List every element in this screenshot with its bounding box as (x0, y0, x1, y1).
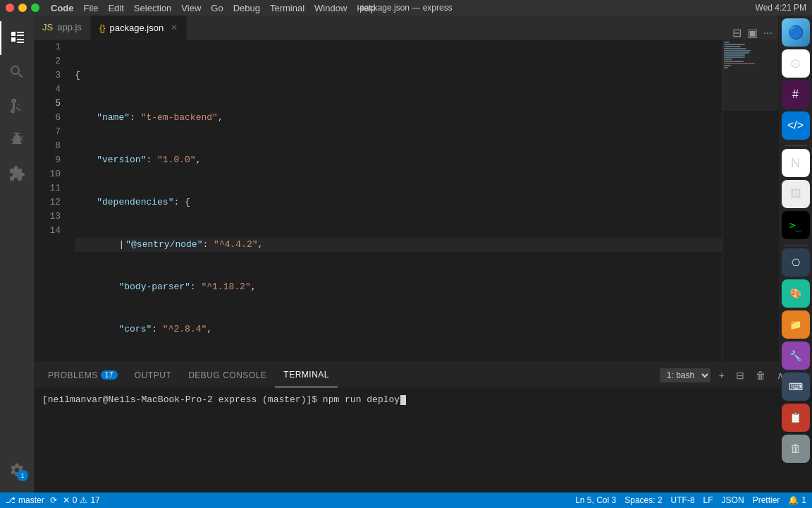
maximize-panel-icon[interactable]: ∧ (774, 368, 778, 382)
dock-chrome[interactable]: ⊙ (782, 49, 810, 78)
terminal-text: [neilmanvar@Neils-MacBook-Pro-2 express … (42, 393, 400, 407)
formatter-label: Prettier (753, 495, 780, 505)
menu-file[interactable]: File (84, 3, 99, 13)
problems-badge: 17 (101, 370, 118, 380)
editor-area: JS app.js {} package.json ✕ ⊟ ▣ ··· 1 2 (34, 16, 778, 492)
panel-tab-problems[interactable]: PROBLEMS 17 (39, 363, 126, 387)
encoding[interactable]: UTF-8 (671, 495, 695, 505)
git-branch-icon: ⎇ (6, 495, 16, 505)
notification-count: 1 (801, 495, 806, 505)
dock-slack[interactable]: # (782, 80, 810, 109)
maximize-button[interactable] (31, 4, 39, 12)
error-number: 0 (73, 495, 78, 505)
menu-debug[interactable]: Debug (233, 3, 260, 13)
menu-edit[interactable]: Edit (108, 3, 123, 13)
dock-notion-icon: N (791, 156, 800, 171)
dock-divider-2 (785, 245, 807, 246)
menu-code[interactable]: Code (51, 3, 74, 13)
dock-trash[interactable]: 🗑 (782, 435, 810, 463)
dock-terminal[interactable]: >_ (782, 211, 810, 239)
panel-tab-terminal[interactable]: TERMINAL (275, 363, 338, 387)
clock: Wed 4:21 PM (756, 3, 806, 13)
dock-extra4[interactable]: 🔧 (782, 341, 810, 370)
toggle-layout-icon[interactable]: ▣ (747, 26, 758, 40)
notifications[interactable]: 🔔 1 (788, 495, 806, 505)
eol-label: LF (703, 495, 713, 505)
activity-settings[interactable]: 1 (0, 453, 34, 487)
language-mode[interactable]: JSON (722, 495, 744, 505)
activity-bar: 1 (0, 16, 34, 492)
panel-tab-debug-console[interactable]: DEBUG CONSOLE (180, 363, 275, 387)
git-branch[interactable]: ⎇ master (6, 495, 44, 505)
activity-source-control[interactable] (0, 89, 34, 123)
split-terminal-icon[interactable]: ⊟ (733, 368, 747, 382)
panel-tab-output[interactable]: OUTPUT (126, 363, 180, 387)
activity-bottom: 1 (0, 453, 34, 487)
editor-main: 1 2 3 4 5 6 7 8 9 10 11 12 13 14 { (34, 40, 778, 492)
terminal-line-1: [neilmanvar@Neils-MacBook-Pro-2 express … (42, 393, 778, 407)
code-line-4: "dependencies": { (75, 195, 722, 210)
close-button[interactable] (6, 4, 14, 12)
code-line-5: |"@sentry/node": "^4.4.2", (75, 238, 722, 252)
delete-terminal-icon[interactable]: 🗑 (753, 368, 768, 382)
terminal-cursor (400, 395, 406, 405)
terminal-select[interactable]: 1: bash (660, 368, 710, 382)
warning-icon: ⚠ (80, 495, 87, 505)
language-label: JSON (722, 495, 744, 505)
tab-package-json[interactable]: {} package.json ✕ (91, 16, 187, 40)
tab-icon-package-json: {} (99, 23, 106, 33)
traffic-lights (6, 4, 39, 12)
eol[interactable]: LF (703, 495, 713, 505)
status-right: Ln 5, Col 3 Spaces: 2 UTF-8 LF JSON Pret… (575, 495, 806, 505)
menu-selection[interactable]: Selection (134, 3, 171, 13)
cursor-position[interactable]: Ln 5, Col 3 (575, 495, 616, 505)
spaces-label: Spaces: 2 (625, 495, 662, 505)
dock-extra1[interactable]: ⎔ (782, 248, 810, 277)
dock-extra3[interactable]: 📁 (782, 310, 810, 339)
code-line-1: { (75, 68, 722, 83)
dock-finder[interactable]: 🔵 (782, 18, 810, 47)
formatter[interactable]: Prettier (753, 495, 780, 505)
minimize-button[interactable] (18, 4, 27, 12)
dock-vscode[interactable]: </> (782, 111, 810, 140)
terminal-content[interactable]: [neilmanvar@Neils-MacBook-Pro-2 express … (34, 387, 778, 492)
add-terminal-icon[interactable]: + (716, 368, 727, 382)
dock-trash-icon: 🗑 (790, 442, 801, 455)
tab-close-package-json[interactable]: ✕ (171, 23, 178, 32)
main-container: 1 JS app.js {} package.json ✕ ⊟ ▣ ··· (0, 16, 812, 492)
menu-bar: Code File Edit Selection View Go Debug T… (51, 3, 376, 13)
output-label: OUTPUT (135, 370, 171, 380)
activity-extensions[interactable] (0, 157, 34, 190)
dock-chrome-icon: ⊙ (790, 56, 801, 71)
sync-status[interactable]: ⟳ (50, 495, 57, 505)
tab-bar: JS app.js {} package.json ✕ ⊟ ▣ ··· (34, 16, 778, 40)
menu-window[interactable]: Window (314, 3, 347, 13)
dock-preview[interactable]: 🖼 (782, 180, 810, 208)
activity-explorer[interactable] (0, 21, 34, 55)
dock-extra3-icon: 📁 (789, 319, 801, 330)
dock-extra4-icon: 🔧 (789, 350, 801, 361)
git-branch-label: master (18, 495, 44, 505)
dock-notion[interactable]: N (782, 149, 810, 177)
encoding-label: UTF-8 (671, 495, 695, 505)
tab-icon-app-js: JS (42, 22, 53, 32)
dock-extra5[interactable]: ⌨ (782, 373, 810, 401)
menu-go[interactable]: Go (211, 3, 223, 13)
dock-extra6[interactable]: 📋 (782, 404, 810, 432)
menu-view[interactable]: View (181, 3, 201, 13)
editor-actions: ⊟ ▣ ··· (727, 26, 778, 40)
dock-extra6-icon: 📋 (789, 412, 801, 423)
activity-search[interactable] (0, 55, 34, 89)
menu-terminal[interactable]: Terminal (270, 3, 304, 13)
tab-app-js[interactable]: JS app.js (34, 16, 91, 40)
indentation[interactable]: Spaces: 2 (625, 495, 662, 505)
error-count[interactable]: ✕ 0 ⚠ 17 (63, 495, 100, 505)
warning-number: 17 (90, 495, 99, 505)
dock-finder-icon: 🔵 (788, 25, 804, 40)
problems-label: PROBLEMS (48, 370, 98, 380)
activity-debug[interactable] (0, 123, 34, 157)
split-editor-icon[interactable]: ⊟ (732, 26, 742, 40)
dock-extra2[interactable]: 🎨 (782, 279, 810, 308)
error-icon: ✕ (63, 495, 70, 505)
more-actions-icon[interactable]: ··· (763, 27, 773, 40)
